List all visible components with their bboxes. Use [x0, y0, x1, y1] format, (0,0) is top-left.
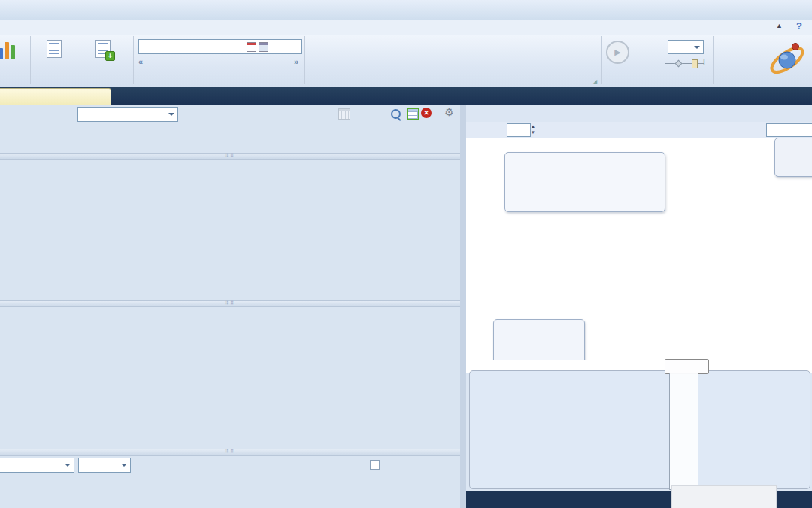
current-price-column	[669, 373, 698, 490]
ignore-trades-checkbox-box[interactable]	[370, 460, 380, 470]
play-button[interactable]: ▶	[606, 41, 629, 64]
speed-slider-track[interactable]	[665, 63, 704, 64]
close-position-icon[interactable]: ✕	[421, 108, 432, 118]
option-chain-puts	[0, 306, 460, 449]
windows-group-expander-icon[interactable]: ◢	[592, 78, 597, 85]
trade-comment-tooltip	[774, 138, 812, 177]
speed-slider-thumb[interactable]	[692, 59, 698, 68]
group-by-select[interactable]	[0, 458, 74, 473]
speed-plus-icon[interactable]: ✛	[701, 58, 707, 66]
search-icon[interactable]	[391, 109, 401, 119]
collapse-ribbon-icon[interactable]: ▲	[776, 22, 783, 29]
panel-splitter-vertical[interactable]	[460, 105, 466, 508]
trade-summary-table	[0, 474, 460, 508]
ignore-trades-checkbox[interactable]	[370, 460, 383, 470]
calendar-icon[interactable]	[247, 42, 256, 52]
commit-trade-icon[interactable]: +	[95, 40, 111, 58]
export-positions-icon[interactable]	[407, 108, 419, 120]
commit-button-icon	[338, 108, 350, 120]
commit-button[interactable]	[338, 108, 353, 120]
vol-adjust-spinner[interactable]: ▲▼	[531, 123, 535, 135]
nav-forward-icon[interactable]: »	[294, 57, 298, 66]
onedrive-popup[interactable]	[671, 485, 777, 508]
trading-date-field[interactable]	[138, 39, 302, 54]
splitter-footer[interactable]: ⠿⠿	[0, 449, 460, 456]
trade-log-icon[interactable]	[47, 40, 62, 58]
tab-analysis-spx[interactable]	[0, 88, 111, 106]
greeks-panel	[469, 370, 810, 489]
help-icon[interactable]: ?	[796, 20, 802, 32]
expiry-selector-icon[interactable]	[259, 42, 268, 52]
mode-select[interactable]	[78, 458, 131, 473]
settings-gear-icon[interactable]: ⚙	[444, 106, 454, 118]
nav-back-icon[interactable]: «	[138, 57, 143, 66]
document-tab-strip	[0, 87, 812, 105]
interval-select[interactable]	[668, 40, 704, 54]
position-legend	[504, 152, 665, 212]
app-window: ▲ ? + « » ◢ ▶ ✛	[0, 0, 812, 508]
optionnet-logo	[765, 38, 809, 83]
reports-icon[interactable]	[2, 39, 21, 59]
current-price-box	[665, 359, 709, 374]
menu-bar	[0, 20, 812, 35]
strategy-selector[interactable]	[77, 107, 178, 122]
title-bar	[0, 0, 812, 20]
option-chain-calls	[0, 158, 460, 300]
